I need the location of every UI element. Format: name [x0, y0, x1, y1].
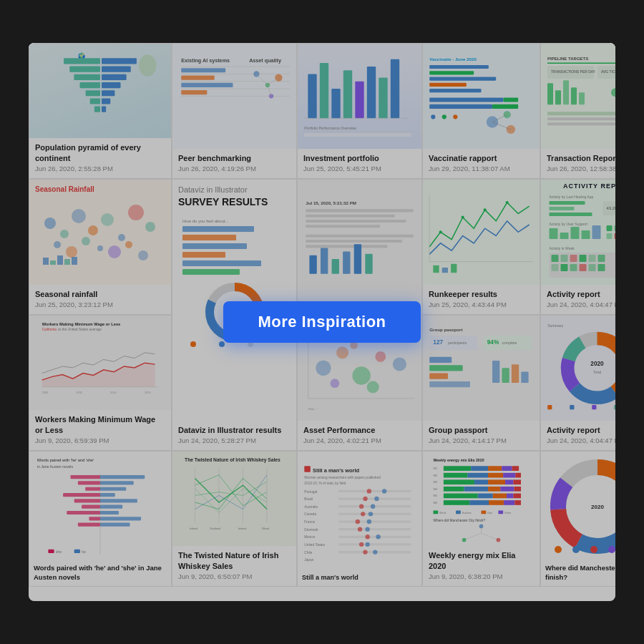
main-container: 🌍: [29, 43, 615, 601]
more-inspiration-overlay: More Inspiration: [29, 43, 615, 601]
more-inspiration-button[interactable]: More Inspiration: [223, 301, 420, 343]
